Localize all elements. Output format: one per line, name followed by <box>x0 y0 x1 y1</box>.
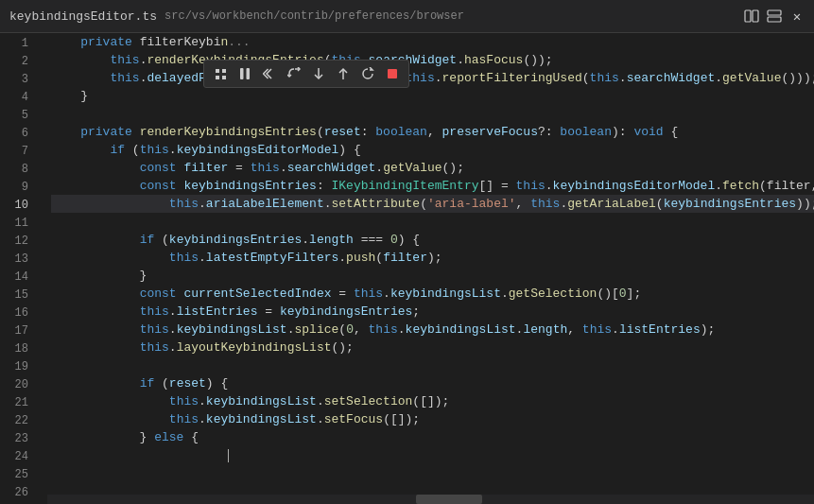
editor-container: 1 2 3 4 5 6 7 8 9 10 11 12 13 14 15 16 1… <box>0 33 814 504</box>
toolbar-pause-btn[interactable] <box>233 61 257 86</box>
title-bar-controls: ✕ <box>744 9 805 24</box>
line-num-16: 16 <box>0 304 38 322</box>
code-line-21: this.keybindingsList.setSelection([]); <box>51 392 814 410</box>
line-num-9: 9 <box>0 179 38 197</box>
code-line-6: private renderKeybindingsEntries(reset: … <box>51 123 814 141</box>
toolbar-step-into-btn[interactable] <box>306 61 331 86</box>
code-line-20: if (reset) { <box>51 374 814 392</box>
title-bar-left: keybindingsEditor.ts src/vs/workbench/co… <box>9 9 464 24</box>
line-num-1: 1 <box>0 35 38 53</box>
line-num-12: 12 <box>0 233 38 251</box>
toolbar-restart-btn[interactable] <box>355 61 380 86</box>
code-area[interactable]: private filterKeybin... this.renderKeybi… <box>47 33 814 504</box>
code-line-7: if (this.keybindingsEditorModel) { <box>51 141 814 159</box>
svg-rect-2 <box>768 10 781 15</box>
svg-rect-6 <box>216 76 219 79</box>
svg-rect-4 <box>216 69 219 73</box>
line-num-14: 14 <box>0 269 38 287</box>
svg-rect-8 <box>240 68 244 79</box>
code-line-14: } <box>51 267 814 285</box>
line-numbers-gutter: 1 2 3 4 5 6 7 8 9 10 11 12 13 14 15 16 1… <box>0 33 47 504</box>
code-line-19 <box>51 356 814 374</box>
toolbar-stop-btn[interactable] <box>380 61 405 86</box>
svg-rect-9 <box>247 68 251 79</box>
line-num-17: 17 <box>0 322 38 340</box>
line-num-2: 2 <box>0 53 38 71</box>
svg-rect-1 <box>753 10 758 22</box>
code-line-22: this.keybindingsList.setFocus([]); <box>51 410 814 428</box>
line-num-26: 26 <box>0 484 38 502</box>
toolbar-step-over-btn[interactable] <box>282 61 306 86</box>
close-icon[interactable]: ✕ <box>789 9 805 24</box>
line-num-20: 20 <box>0 376 38 394</box>
horizontal-scrollbar-thumb[interactable] <box>416 495 482 504</box>
code-line-15: const currentSelectedIndex = this.keybin… <box>51 285 814 303</box>
code-line-10: ▶ this.ariaLabelElement.setAttribute('ar… <box>51 195 814 213</box>
code-line-16: this.listEntries = keybindingsEntries; <box>51 303 814 321</box>
line-num-15: 15 <box>0 287 38 304</box>
line-num-11: 11 <box>0 215 38 233</box>
title-bar-filename: keybindingsEditor.ts <box>9 9 157 24</box>
line-num-7: 7 <box>0 143 38 161</box>
svg-rect-3 <box>768 17 781 22</box>
line-num-8: 8 <box>0 161 38 179</box>
svg-rect-7 <box>222 76 226 79</box>
line-num-21: 21 <box>0 394 38 412</box>
svg-rect-5 <box>222 69 226 73</box>
line-num-25: 25 <box>0 466 38 484</box>
svg-rect-12 <box>388 69 397 78</box>
code-line-8: const filter = this.searchWidget.getValu… <box>51 159 814 177</box>
toolbar-step-back-btn[interactable] <box>257 61 282 86</box>
code-line-12: if (keybindingsEntries.length === 0) { <box>51 231 814 249</box>
horizontal-scrollbar[interactable] <box>47 495 814 504</box>
toolbar-step-out-btn[interactable] <box>331 61 355 86</box>
line-num-5: 5 <box>0 107 38 125</box>
code-line-11 <box>51 213 814 231</box>
code-line-13: this.latestEmptyFilters.push(filter); <box>51 249 814 267</box>
line-num-18: 18 <box>0 340 38 358</box>
code-line-5 <box>51 105 814 123</box>
line-num-10: 10 <box>0 197 38 215</box>
line-num-22: 22 <box>0 412 38 430</box>
floating-toolbar <box>203 60 409 88</box>
code-line-9: const keybindingsEntries: IKeybindingIte… <box>51 177 814 195</box>
line-num-13: 13 <box>0 251 38 269</box>
line-num-6: 6 <box>0 125 38 143</box>
code-line-24 <box>51 446 814 464</box>
code-line-1: private filterKeybin... <box>51 33 814 51</box>
line-num-24: 24 <box>0 448 38 466</box>
line-num-3: 3 <box>0 71 38 89</box>
code-line-4: } <box>51 87 814 105</box>
toolbar-grid-btn[interactable] <box>208 61 233 86</box>
line-num-23: 23 <box>0 430 38 448</box>
line-num-4: 4 <box>0 89 38 107</box>
title-bar: keybindingsEditor.ts src/vs/workbench/co… <box>0 0 814 33</box>
svg-rect-0 <box>745 10 751 22</box>
code-line-17: this.keybindingsList.splice(0, this.keyb… <box>51 321 814 339</box>
code-line-2: this.renderKeybindingsEntries(this.searc… <box>51 51 814 69</box>
split-editor-icon[interactable] <box>744 9 759 24</box>
title-bar-path: src/vs/workbench/contrib/preferences/bro… <box>165 9 464 23</box>
code-line-3: this.delayedFilterLogging.trigger(() => … <box>51 69 814 87</box>
line-num-19: 19 <box>0 358 38 376</box>
layout-icon[interactable] <box>767 9 782 24</box>
code-line-18: this.layoutKeybindingsList(); <box>51 339 814 356</box>
